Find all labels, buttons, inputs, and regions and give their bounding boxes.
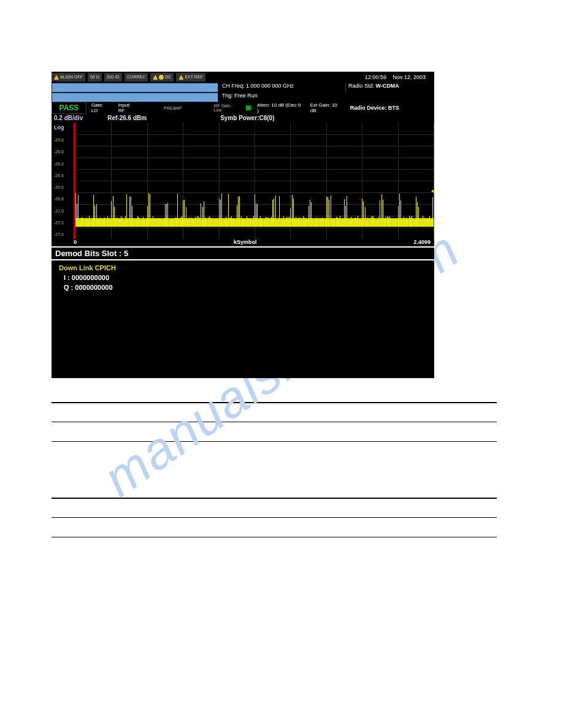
input-label: Input: RF [115, 102, 142, 113]
preamp-label: PREAMP [160, 106, 186, 110]
radio-device-label: Radio Device: [350, 105, 387, 111]
warn-icon [54, 75, 59, 80]
y-axis-labels: Log -25.8 -26.0 -26.2 -26.4 -26.6 -26.8 … [54, 123, 74, 239]
status-date: Nov 12, 2003 [393, 74, 426, 80]
status-bar: ALIGN OFF 50 Ω SIG ID CORREC DC EXT REF … [52, 72, 434, 83]
downlink-label: Down Link CPICH [59, 264, 427, 271]
spacer [346, 93, 434, 102]
y-tick: -26.6 [54, 185, 74, 189]
warn-icon [153, 75, 158, 80]
gate-label: Gate: LO [88, 102, 115, 113]
section-title: Demod Bits Slot : 5 [52, 246, 434, 260]
y-tick: -27.2 [54, 221, 74, 225]
i-bits: I : 0000000000 [59, 274, 427, 281]
y-tick: -27.4 [54, 232, 74, 237]
ifgain-label: #IF Gain: Low [210, 104, 244, 112]
extgain-label: Ext Gain: 10 dB [307, 102, 348, 113]
pass-row: PASS Gate: LO Input: RF PREAMP #IF Gain:… [52, 102, 434, 113]
status-text: DC [165, 73, 171, 82]
info-row: Trig: Free Run [52, 93, 434, 102]
y-tick: -26.8 [54, 197, 74, 201]
status-text: CORREC [127, 73, 145, 82]
table-rule [52, 517, 497, 518]
y-tick: -26.2 [54, 162, 74, 166]
green-dot-icon [246, 105, 251, 110]
y-tick: -27.0 [54, 209, 74, 213]
demod-bits-panel: Down Link CPICH I : 0000000000 Q : 00000… [52, 260, 434, 378]
atten-label: Atten: 10 dB (Elec 0 ) [253, 102, 307, 113]
status-text: 50 Ω [90, 73, 99, 82]
radio-std-value: W-CDMA [376, 83, 399, 89]
log-label: Log [54, 125, 74, 131]
dc-icon [159, 75, 164, 80]
status-tag: 50 Ω [88, 73, 102, 82]
plot-title: Symb Power:C8(0) [220, 115, 274, 121]
trig: Trig: Free Run [218, 93, 346, 102]
plot-ref: Ref-26.6 dBm [107, 115, 147, 121]
status-tag: SIG ID [104, 73, 122, 82]
x-axis: 0 kSymbol 2.4099 [52, 239, 434, 246]
plot-scale: 0.2 dB/div [54, 115, 83, 121]
info-row: CH Freq: 1.000 000 000 GHz Radio Std: W-… [52, 83, 434, 93]
status-datetime: 12:00:59 Nov 12, 2003 [365, 74, 434, 80]
status-tag: EXT REF [176, 73, 205, 82]
pass-indicator: PASS [52, 102, 86, 114]
warn-icon [178, 75, 183, 80]
table-rule [52, 402, 497, 403]
status-time: 12:00:59 [365, 74, 386, 80]
table-rule [52, 422, 497, 422]
input-field-blue[interactable] [52, 83, 218, 93]
radio-std: Radio Std: W-CDMA [345, 83, 434, 93]
plot-area: Log -25.8 -26.0 -26.2 -26.4 -26.6 -26.8 … [52, 123, 434, 239]
table-rule [52, 498, 497, 499]
instrument-screenshot: ALIGN OFF 50 Ω SIG ID CORREC DC EXT REF … [52, 72, 434, 378]
status-tag: DC [150, 73, 174, 82]
status-tag: CORREC [124, 73, 148, 82]
status-text: SIG ID [107, 73, 120, 82]
q-bits: Q : 0000000000 [59, 284, 427, 291]
radio-std-label: Radio Std: [348, 83, 374, 89]
y-tick: -26.4 [54, 173, 74, 178]
y-tick: -26.0 [54, 150, 74, 154]
status-tag: ALIGN OFF [52, 73, 85, 82]
plot-header: 0.2 dB/div Ref-26.6 dBm Symb Power:C8(0) [52, 113, 434, 123]
plot-canvas[interactable] [75, 123, 434, 239]
input-field-blue[interactable] [52, 93, 218, 102]
x-label: kSymbol [77, 239, 413, 245]
x-right: 2.4099 [413, 239, 431, 245]
y-tick: -25.8 [54, 138, 74, 142]
radio-device: Radio Device: BTS [348, 105, 434, 111]
status-text: ALIGN OFF [60, 73, 83, 82]
ch-freq: CH Freq: 1.000 000 000 GHz [218, 83, 345, 93]
radio-device-value: BTS [388, 105, 399, 111]
status-text: EXT REF [185, 73, 202, 82]
table-rule [52, 537, 497, 537]
table-rule [52, 441, 497, 442]
